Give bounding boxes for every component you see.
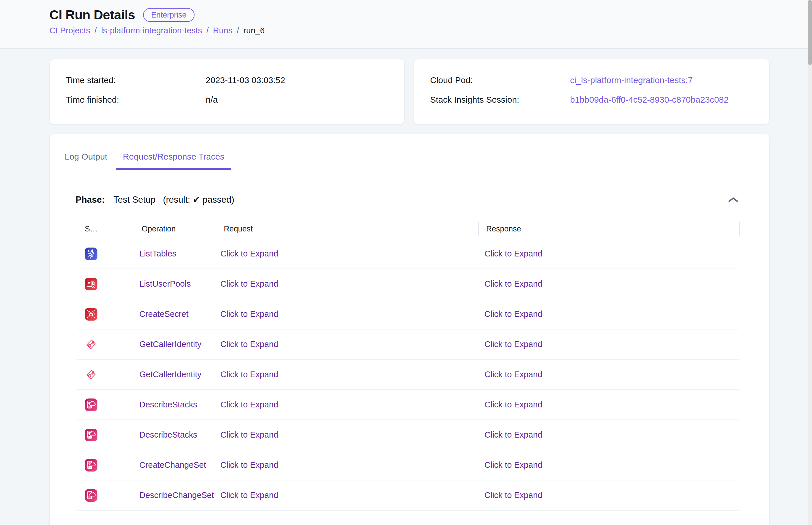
time-started-value: 2023-11-03 03:03:52 xyxy=(206,75,285,85)
secretsmanager-icon xyxy=(85,308,97,320)
response-expand-link[interactable]: Click to Expand xyxy=(478,460,740,470)
response-expand-link[interactable]: Click to Expand xyxy=(478,491,740,500)
request-expand-link[interactable]: Click to Expand xyxy=(216,340,478,349)
cloudformation-icon xyxy=(85,489,97,502)
service-cell xyxy=(77,368,134,381)
service-cell xyxy=(77,429,134,441)
operation-link[interactable]: ListUserPools xyxy=(134,279,216,289)
time-finished-value: n/a xyxy=(206,95,218,105)
dynamodb-icon xyxy=(85,247,97,260)
page-scrollbar-track xyxy=(808,0,812,525)
phase-header: Phase: Test Setup (result: ✔ passed) xyxy=(76,194,740,205)
phase-result: (result: ✔ passed) xyxy=(163,194,234,205)
column-header-operation: Operation xyxy=(134,222,216,236)
breadcrumb-separator: / xyxy=(206,26,208,35)
cloud-pod-label: Cloud Pod: xyxy=(430,75,570,85)
request-expand-link[interactable]: Click to Expand xyxy=(216,430,478,440)
operation-link[interactable]: DescribeStacks xyxy=(134,400,216,409)
column-header-request: Request xyxy=(216,222,478,236)
cloudformation-icon xyxy=(85,429,97,441)
session-summary-card: Cloud Pod: ci_ls-platform-integration-te… xyxy=(414,59,769,124)
service-cell xyxy=(77,338,134,351)
chevron-up-icon xyxy=(728,196,739,203)
time-started-row: Time started: 2023-11-03 03:03:52 xyxy=(66,75,404,85)
response-expand-link[interactable]: Click to Expand xyxy=(478,309,740,319)
service-cell xyxy=(77,278,134,290)
phase-label: Phase: xyxy=(76,195,105,205)
breadcrumb-runs[interactable]: Runs xyxy=(213,26,232,35)
response-expand-link[interactable]: Click to Expand xyxy=(478,340,740,349)
table-row: GetCallerIdentity Click to Expand Click … xyxy=(77,360,739,390)
response-expand-link[interactable]: Click to Expand xyxy=(478,400,740,409)
table-row: ListUserPools Click to Expand Click to E… xyxy=(77,269,739,299)
service-cell xyxy=(77,489,134,502)
service-cell xyxy=(77,459,134,471)
cloudformation-icon xyxy=(85,399,97,411)
stack-insights-session-link[interactable]: b1bb09da-6ff0-4c52-8930-c870ba23c082 xyxy=(570,95,729,105)
column-header-service: S… xyxy=(77,222,134,236)
cognito-icon xyxy=(85,278,97,290)
operation-link[interactable]: GetCallerIdentity xyxy=(134,340,216,349)
trace-table: S… Operation Request Response ListTables… xyxy=(77,222,739,511)
breadcrumb-separator: / xyxy=(237,26,239,35)
phase-collapse-button[interactable] xyxy=(726,195,740,205)
sts-icon xyxy=(85,368,97,381)
operation-link[interactable]: GetCallerIdentity xyxy=(134,370,216,379)
request-expand-link[interactable]: Click to Expand xyxy=(216,460,478,470)
operation-link[interactable]: ListTables xyxy=(134,249,216,258)
table-row: CreateSecret Click to Expand Click to Ex… xyxy=(77,299,739,330)
request-expand-link[interactable]: Click to Expand xyxy=(216,249,478,258)
tab-request-response-traces-label: Request/Response Traces xyxy=(123,152,224,161)
response-expand-link[interactable]: Click to Expand xyxy=(478,279,740,289)
table-row: DescribeChangeSet Click to Expand Click … xyxy=(77,480,739,511)
ci-run-details-page: { "header": { "title": "CI Run Details",… xyxy=(0,0,812,525)
breadcrumb-separator: / xyxy=(95,26,97,35)
operation-link[interactable]: DescribeChangeSet xyxy=(134,491,216,500)
service-cell xyxy=(77,308,134,320)
operation-link[interactable]: CreateSecret xyxy=(134,309,216,319)
stack-insights-label: Stack Insights Session: xyxy=(430,95,570,105)
response-expand-link[interactable]: Click to Expand xyxy=(478,430,740,440)
service-cell xyxy=(77,399,134,411)
trace-table-body: ListTables Click to Expand Click to Expa… xyxy=(77,239,739,511)
breadcrumb: CI Projects / ls-platform-integration-te… xyxy=(49,26,812,35)
response-expand-link[interactable]: Click to Expand xyxy=(478,370,740,379)
time-finished-row: Time finished: n/a xyxy=(66,95,404,105)
operation-link[interactable]: DescribeStacks xyxy=(134,430,216,440)
table-row: GetCallerIdentity Click to Expand Click … xyxy=(77,330,739,360)
service-cell xyxy=(77,247,134,260)
page-header: CI Run Details Enterprise CI Projects / … xyxy=(0,0,812,49)
response-expand-link[interactable]: Click to Expand xyxy=(478,249,740,258)
request-expand-link[interactable]: Click to Expand xyxy=(216,370,478,379)
traces-card: Log Output Request/Response Traces Phase… xyxy=(49,134,769,525)
time-finished-label: Time finished: xyxy=(66,95,206,105)
breadcrumb-project[interactable]: ls-platform-integration-tests xyxy=(101,26,202,35)
tab-log-output[interactable]: Log Output xyxy=(58,147,114,170)
column-header-response: Response xyxy=(478,222,740,236)
cloud-pod-link[interactable]: ci_ls-platform-integration-tests:7 xyxy=(570,75,693,85)
tab-request-response-traces[interactable]: Request/Response Traces xyxy=(116,147,231,170)
trace-table-header: S… Operation Request Response xyxy=(77,222,739,236)
request-expand-link[interactable]: Click to Expand xyxy=(216,309,478,319)
breadcrumb-ci-projects[interactable]: CI Projects xyxy=(49,26,90,35)
active-tab-underline xyxy=(116,168,231,170)
breadcrumb-current-run: run_6 xyxy=(244,26,265,35)
request-expand-link[interactable]: Click to Expand xyxy=(216,400,478,409)
cloud-pod-row: Cloud Pod: ci_ls-platform-integration-te… xyxy=(430,75,769,85)
request-expand-link[interactable]: Click to Expand xyxy=(216,491,478,500)
time-summary-card: Time started: 2023-11-03 03:03:52 Time f… xyxy=(49,59,405,124)
operation-link[interactable]: CreateChangeSet xyxy=(134,460,216,470)
time-started-label: Time started: xyxy=(66,75,206,85)
page-scrollbar-thumb[interactable] xyxy=(808,0,812,65)
cloudformation-icon xyxy=(85,459,97,471)
table-row: CreateChangeSet Click to Expand Click to… xyxy=(77,450,739,480)
stack-insights-row: Stack Insights Session: b1bb09da-6ff0-4c… xyxy=(430,95,769,105)
tabs-bar: Log Output Request/Response Traces xyxy=(58,147,769,170)
phase-name: Test Setup xyxy=(113,195,155,205)
request-expand-link[interactable]: Click to Expand xyxy=(216,279,478,289)
enterprise-badge: Enterprise xyxy=(143,8,194,22)
table-row: DescribeStacks Click to Expand Click to … xyxy=(77,390,739,420)
table-row: DescribeStacks Click to Expand Click to … xyxy=(77,420,739,450)
table-row: ListTables Click to Expand Click to Expa… xyxy=(77,239,739,269)
title-row: CI Run Details Enterprise xyxy=(49,7,812,22)
